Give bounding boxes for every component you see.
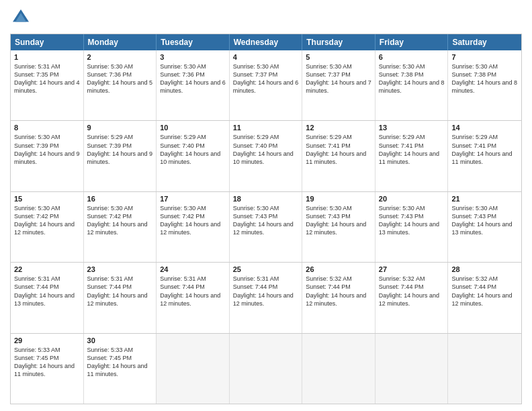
cell-info: Sunrise: 5:30 AMSunset: 7:36 PMDaylight:… bbox=[160, 62, 226, 95]
day-number: 28 bbox=[451, 265, 518, 273]
cell-info: Sunrise: 5:31 AMSunset: 7:35 PMDaylight:… bbox=[14, 62, 80, 95]
empty-cell bbox=[230, 334, 303, 404]
day-number: 27 bbox=[379, 265, 445, 273]
day-cell-9: 9Sunrise: 5:29 AMSunset: 7:39 PMDaylight… bbox=[84, 121, 157, 191]
cell-info: Sunrise: 5:30 AMSunset: 7:36 PMDaylight:… bbox=[87, 62, 153, 95]
day-cell-15: 15Sunrise: 5:30 AMSunset: 7:42 PMDayligh… bbox=[11, 192, 84, 262]
header-day-monday: Monday bbox=[84, 34, 157, 50]
day-cell-12: 12Sunrise: 5:29 AMSunset: 7:41 PMDayligh… bbox=[302, 121, 375, 191]
day-number: 26 bbox=[306, 265, 371, 273]
empty-cell bbox=[157, 334, 230, 404]
cell-info: Sunrise: 5:32 AMSunset: 7:44 PMDaylight:… bbox=[306, 275, 371, 308]
day-cell-17: 17Sunrise: 5:30 AMSunset: 7:42 PMDayligh… bbox=[157, 192, 230, 262]
day-cell-6: 6Sunrise: 5:30 AMSunset: 7:38 PMDaylight… bbox=[375, 50, 449, 120]
day-cell-29: 29Sunrise: 5:33 AMSunset: 7:45 PMDayligh… bbox=[11, 334, 84, 404]
logo-icon bbox=[10, 7, 32, 28]
cell-info: Sunrise: 5:29 AMSunset: 7:41 PMDaylight:… bbox=[306, 133, 371, 166]
day-cell-28: 28Sunrise: 5:32 AMSunset: 7:44 PMDayligh… bbox=[448, 263, 521, 332]
day-number: 16 bbox=[87, 195, 153, 203]
header bbox=[10, 7, 522, 28]
cell-info: Sunrise: 5:30 AMSunset: 7:43 PMDaylight:… bbox=[451, 204, 518, 237]
day-cell-4: 4Sunrise: 5:30 AMSunset: 7:37 PMDaylight… bbox=[230, 50, 303, 120]
day-cell-25: 25Sunrise: 5:31 AMSunset: 7:44 PMDayligh… bbox=[230, 263, 303, 332]
day-number: 3 bbox=[160, 53, 226, 61]
day-number: 14 bbox=[451, 124, 518, 132]
day-number: 29 bbox=[14, 336, 80, 345]
day-number: 23 bbox=[87, 265, 153, 273]
day-cell-24: 24Sunrise: 5:31 AMSunset: 7:44 PMDayligh… bbox=[157, 263, 230, 332]
day-cell-1: 1Sunrise: 5:31 AMSunset: 7:35 PMDaylight… bbox=[11, 50, 84, 120]
day-cell-2: 2Sunrise: 5:30 AMSunset: 7:36 PMDaylight… bbox=[84, 50, 157, 120]
cell-info: Sunrise: 5:30 AMSunset: 7:39 PMDaylight:… bbox=[14, 133, 80, 166]
day-cell-10: 10Sunrise: 5:29 AMSunset: 7:40 PMDayligh… bbox=[157, 121, 230, 191]
day-cell-14: 14Sunrise: 5:29 AMSunset: 7:41 PMDayligh… bbox=[448, 121, 521, 191]
cell-info: Sunrise: 5:30 AMSunset: 7:43 PMDaylight:… bbox=[233, 204, 299, 237]
day-number: 4 bbox=[233, 53, 299, 61]
day-cell-19: 19Sunrise: 5:30 AMSunset: 7:43 PMDayligh… bbox=[302, 192, 375, 262]
calendar-row-2: 8Sunrise: 5:30 AMSunset: 7:39 PMDaylight… bbox=[11, 120, 521, 191]
day-cell-5: 5Sunrise: 5:30 AMSunset: 7:37 PMDaylight… bbox=[302, 50, 375, 120]
cell-info: Sunrise: 5:30 AMSunset: 7:38 PMDaylight:… bbox=[379, 62, 445, 95]
day-cell-22: 22Sunrise: 5:31 AMSunset: 7:44 PMDayligh… bbox=[11, 263, 84, 332]
logo bbox=[10, 7, 34, 28]
header-day-tuesday: Tuesday bbox=[157, 34, 230, 50]
day-number: 13 bbox=[379, 124, 445, 132]
cell-info: Sunrise: 5:30 AMSunset: 7:37 PMDaylight:… bbox=[306, 62, 371, 95]
empty-cell bbox=[448, 334, 521, 404]
day-number: 1 bbox=[14, 53, 80, 61]
day-number: 18 bbox=[233, 195, 299, 203]
calendar: SundayMondayTuesdayWednesdayThursdayFrid… bbox=[10, 34, 522, 404]
cell-info: Sunrise: 5:29 AMSunset: 7:41 PMDaylight:… bbox=[451, 133, 518, 166]
day-number: 20 bbox=[379, 195, 445, 203]
cell-info: Sunrise: 5:29 AMSunset: 7:40 PMDaylight:… bbox=[160, 133, 226, 166]
day-cell-21: 21Sunrise: 5:30 AMSunset: 7:43 PMDayligh… bbox=[448, 192, 521, 262]
empty-cell bbox=[302, 334, 375, 404]
page: SundayMondayTuesdayWednesdayThursdayFrid… bbox=[0, 0, 532, 411]
day-number: 15 bbox=[14, 195, 80, 203]
cell-info: Sunrise: 5:29 AMSunset: 7:40 PMDaylight:… bbox=[233, 133, 299, 166]
day-number: 25 bbox=[233, 265, 299, 273]
cell-info: Sunrise: 5:31 AMSunset: 7:44 PMDaylight:… bbox=[14, 275, 80, 308]
cell-info: Sunrise: 5:30 AMSunset: 7:38 PMDaylight:… bbox=[451, 62, 518, 95]
day-number: 10 bbox=[160, 124, 226, 132]
cell-info: Sunrise: 5:31 AMSunset: 7:44 PMDaylight:… bbox=[233, 275, 299, 308]
day-number: 11 bbox=[233, 124, 299, 132]
header-day-friday: Friday bbox=[375, 34, 449, 50]
header-day-thursday: Thursday bbox=[302, 34, 375, 50]
day-cell-16: 16Sunrise: 5:30 AMSunset: 7:42 PMDayligh… bbox=[84, 192, 157, 262]
calendar-header: SundayMondayTuesdayWednesdayThursdayFrid… bbox=[11, 34, 521, 50]
calendar-row-1: 1Sunrise: 5:31 AMSunset: 7:35 PMDaylight… bbox=[11, 50, 521, 120]
day-number: 9 bbox=[87, 124, 153, 132]
day-number: 5 bbox=[306, 53, 371, 61]
header-day-saturday: Saturday bbox=[448, 34, 521, 50]
calendar-row-5: 29Sunrise: 5:33 AMSunset: 7:45 PMDayligh… bbox=[11, 333, 521, 404]
cell-info: Sunrise: 5:33 AMSunset: 7:45 PMDaylight:… bbox=[14, 346, 80, 379]
cell-info: Sunrise: 5:32 AMSunset: 7:44 PMDaylight:… bbox=[451, 275, 518, 308]
day-cell-20: 20Sunrise: 5:30 AMSunset: 7:43 PMDayligh… bbox=[375, 192, 449, 262]
calendar-body: 1Sunrise: 5:31 AMSunset: 7:35 PMDaylight… bbox=[11, 50, 521, 404]
day-cell-18: 18Sunrise: 5:30 AMSunset: 7:43 PMDayligh… bbox=[230, 192, 303, 262]
day-number: 6 bbox=[379, 53, 445, 61]
cell-info: Sunrise: 5:30 AMSunset: 7:42 PMDaylight:… bbox=[160, 204, 226, 237]
cell-info: Sunrise: 5:30 AMSunset: 7:37 PMDaylight:… bbox=[233, 62, 299, 95]
day-number: 30 bbox=[87, 336, 153, 345]
day-number: 24 bbox=[160, 265, 226, 273]
cell-info: Sunrise: 5:29 AMSunset: 7:41 PMDaylight:… bbox=[379, 133, 445, 166]
day-cell-8: 8Sunrise: 5:30 AMSunset: 7:39 PMDaylight… bbox=[11, 121, 84, 191]
cell-info: Sunrise: 5:30 AMSunset: 7:43 PMDaylight:… bbox=[379, 204, 445, 237]
cell-info: Sunrise: 5:31 AMSunset: 7:44 PMDaylight:… bbox=[160, 275, 226, 308]
day-number: 8 bbox=[14, 124, 80, 132]
cell-info: Sunrise: 5:30 AMSunset: 7:43 PMDaylight:… bbox=[306, 204, 371, 237]
cell-info: Sunrise: 5:30 AMSunset: 7:42 PMDaylight:… bbox=[14, 204, 80, 237]
day-number: 17 bbox=[160, 195, 226, 203]
calendar-row-3: 15Sunrise: 5:30 AMSunset: 7:42 PMDayligh… bbox=[11, 191, 521, 262]
day-cell-23: 23Sunrise: 5:31 AMSunset: 7:44 PMDayligh… bbox=[84, 263, 157, 332]
day-number: 12 bbox=[306, 124, 371, 132]
calendar-row-4: 22Sunrise: 5:31 AMSunset: 7:44 PMDayligh… bbox=[11, 262, 521, 332]
cell-info: Sunrise: 5:33 AMSunset: 7:45 PMDaylight:… bbox=[87, 346, 153, 379]
day-number: 7 bbox=[451, 53, 518, 61]
day-cell-3: 3Sunrise: 5:30 AMSunset: 7:36 PMDaylight… bbox=[157, 50, 230, 120]
header-day-wednesday: Wednesday bbox=[230, 34, 303, 50]
day-number: 22 bbox=[14, 265, 80, 273]
day-cell-27: 27Sunrise: 5:32 AMSunset: 7:44 PMDayligh… bbox=[375, 263, 449, 332]
